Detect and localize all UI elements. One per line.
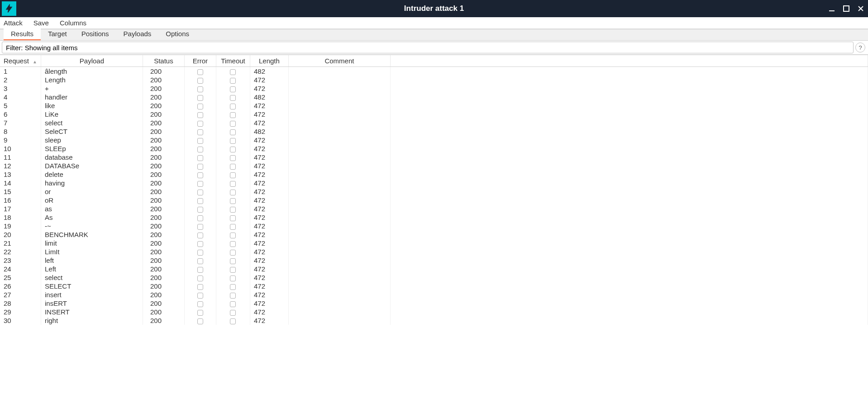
table-row[interactable]: 18As200472 (0, 213, 868, 222)
table-row[interactable]: 5like200472 (0, 101, 868, 110)
error-checkbox[interactable] (197, 104, 203, 109)
timeout-checkbox[interactable] (230, 310, 236, 316)
cell-comment[interactable] (288, 110, 390, 119)
timeout-checkbox[interactable] (230, 181, 236, 187)
table-row[interactable]: 25select200472 (0, 273, 868, 282)
cell-comment[interactable] (288, 256, 390, 265)
header-request[interactable]: Request ▲ (0, 55, 41, 67)
table-row[interactable]: 3+200472 (0, 84, 868, 93)
timeout-checkbox[interactable] (230, 301, 236, 307)
error-checkbox[interactable] (197, 164, 203, 170)
timeout-checkbox[interactable] (230, 215, 236, 221)
header-comment[interactable]: Comment (288, 55, 390, 67)
header-payload[interactable]: Payload (41, 55, 143, 67)
table-row[interactable]: 7select200472 (0, 119, 868, 127)
table-row[interactable]: 20BENCHMARK200472 (0, 230, 868, 239)
cell-comment[interactable] (288, 76, 390, 84)
tab-target[interactable]: Target (41, 28, 74, 40)
cell-comment[interactable] (288, 239, 390, 247)
table-row[interactable]: 9sleep200472 (0, 136, 868, 144)
error-checkbox[interactable] (197, 215, 203, 221)
timeout-checkbox[interactable] (230, 267, 236, 273)
timeout-checkbox[interactable] (230, 172, 236, 178)
table-row[interactable]: 24Left200472 (0, 265, 868, 273)
error-checkbox[interactable] (197, 78, 203, 84)
error-checkbox[interactable] (197, 267, 203, 273)
results-table-container[interactable]: Request ▲ Payload Status Error Timeout L… (0, 55, 868, 413)
cell-comment[interactable] (288, 153, 390, 161)
menu-columns[interactable]: Columns (54, 18, 92, 28)
cell-comment[interactable] (288, 299, 390, 308)
table-row[interactable]: 27insert200472 (0, 290, 868, 299)
error-checkbox[interactable] (197, 250, 203, 256)
table-row[interactable]: 13delete200472 (0, 170, 868, 179)
minimize-button[interactable] (828, 5, 835, 12)
error-checkbox[interactable] (197, 293, 203, 299)
table-row[interactable]: 19-~200472 (0, 222, 868, 230)
error-checkbox[interactable] (197, 190, 203, 195)
cell-comment[interactable] (288, 282, 390, 290)
timeout-checkbox[interactable] (230, 250, 236, 256)
timeout-checkbox[interactable] (230, 258, 236, 264)
error-checkbox[interactable] (197, 86, 203, 92)
timeout-checkbox[interactable] (230, 121, 236, 127)
cell-comment[interactable] (288, 308, 390, 316)
error-checkbox[interactable] (197, 138, 203, 144)
cell-comment[interactable] (288, 101, 390, 110)
header-timeout[interactable]: Timeout (216, 55, 250, 67)
timeout-checkbox[interactable] (230, 112, 236, 118)
error-checkbox[interactable] (197, 224, 203, 230)
timeout-checkbox[interactable] (230, 284, 236, 290)
table-row[interactable]: 15or200472 (0, 187, 868, 196)
cell-comment[interactable] (288, 136, 390, 144)
cell-comment[interactable] (288, 93, 390, 101)
timeout-checkbox[interactable] (230, 155, 236, 161)
filter-input[interactable] (2, 42, 854, 53)
help-button[interactable]: ? (855, 43, 865, 52)
error-checkbox[interactable] (197, 275, 203, 281)
tab-payloads[interactable]: Payloads (116, 28, 159, 40)
tab-results[interactable]: Results (4, 28, 41, 40)
cell-comment[interactable] (288, 170, 390, 179)
table-row[interactable]: 26SELECT200472 (0, 282, 868, 290)
error-checkbox[interactable] (197, 198, 203, 204)
table-row[interactable]: 16oR200472 (0, 196, 868, 204)
cell-comment[interactable] (288, 179, 390, 187)
maximize-button[interactable] (843, 5, 850, 12)
table-row[interactable]: 8SeleCT200482 (0, 127, 868, 136)
tab-positions[interactable]: Positions (74, 28, 116, 40)
timeout-checkbox[interactable] (230, 241, 236, 247)
cell-comment[interactable] (288, 265, 390, 273)
header-error[interactable]: Error (184, 55, 216, 67)
cell-comment[interactable] (288, 204, 390, 213)
timeout-checkbox[interactable] (230, 147, 236, 152)
timeout-checkbox[interactable] (230, 104, 236, 109)
table-row[interactable]: 23left200472 (0, 256, 868, 265)
timeout-checkbox[interactable] (230, 224, 236, 230)
timeout-checkbox[interactable] (230, 95, 236, 101)
cell-comment[interactable] (288, 213, 390, 222)
table-row[interactable]: 2Length200472 (0, 76, 868, 84)
close-button[interactable] (857, 5, 864, 12)
cell-comment[interactable] (288, 127, 390, 136)
error-checkbox[interactable] (197, 69, 203, 75)
error-checkbox[interactable] (197, 147, 203, 152)
error-checkbox[interactable] (197, 258, 203, 264)
timeout-checkbox[interactable] (230, 164, 236, 170)
error-checkbox[interactable] (197, 318, 203, 324)
cell-comment[interactable] (288, 273, 390, 282)
error-checkbox[interactable] (197, 129, 203, 135)
timeout-checkbox[interactable] (230, 69, 236, 75)
error-checkbox[interactable] (197, 241, 203, 247)
table-row[interactable]: 14having200472 (0, 179, 868, 187)
timeout-checkbox[interactable] (230, 233, 236, 238)
timeout-checkbox[interactable] (230, 207, 236, 213)
cell-comment[interactable] (288, 290, 390, 299)
table-row[interactable]: 21limit200472 (0, 239, 868, 247)
error-checkbox[interactable] (197, 172, 203, 178)
cell-comment[interactable] (288, 196, 390, 204)
error-checkbox[interactable] (197, 233, 203, 238)
cell-comment[interactable] (288, 144, 390, 153)
table-row[interactable]: 1âlength200482 (0, 67, 868, 76)
cell-comment[interactable] (288, 247, 390, 256)
